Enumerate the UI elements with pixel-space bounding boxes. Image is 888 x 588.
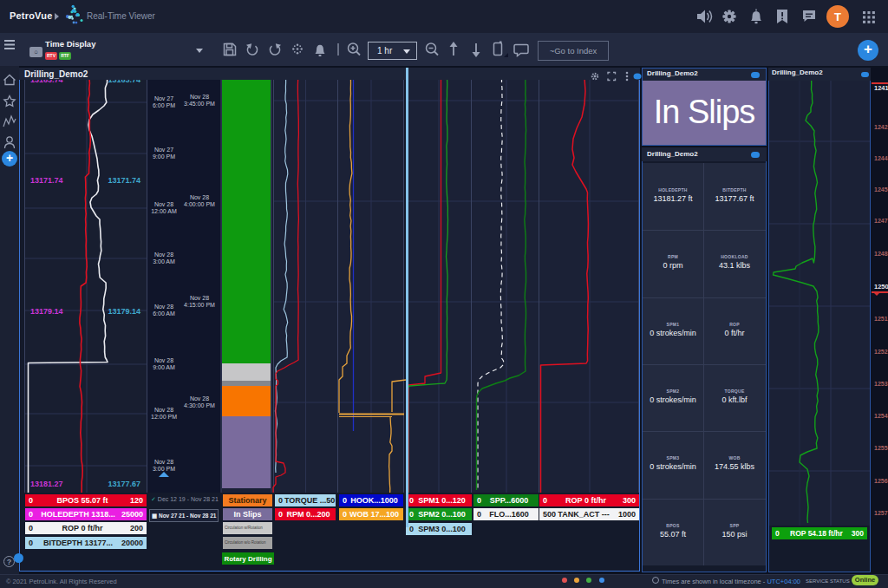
svg-text:T: T [834, 10, 841, 23]
